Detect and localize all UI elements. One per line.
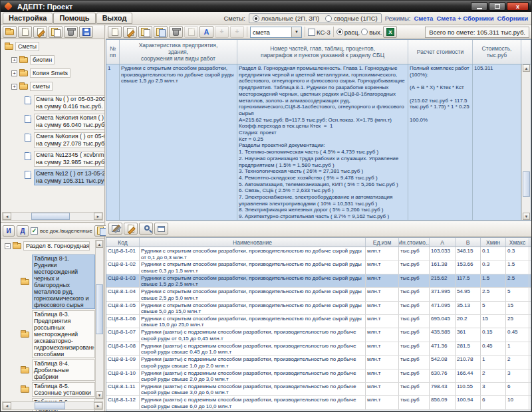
table-row[interactable]: СЦ8-8-1-07 Рудники (шахты) с подземным с… [106,328,531,342]
new-document-button[interactable] [18,26,32,38]
scrollbar-thumb[interactable] [96,284,103,334]
font-button[interactable]: А [200,26,213,38]
open-folder-icon [5,29,14,35]
estimate-table-row[interactable]: 1 Рудники с открытым способом разработки… [106,64,531,220]
tree-folder-kopiya-smets[interactable]: + Копия Smets [11,68,104,78]
minimize-button[interactable] [471,2,487,11]
rasc-radio[interactable] [336,29,343,35]
cell-name: Рудники с открытым способом разработки, … [140,274,366,287]
duplicate-button[interactable] [154,26,168,38]
estimate-table-header: № пп Характеристика предприятия, здания,… [106,40,531,64]
excel-export-button[interactable]: X [383,26,397,38]
smeta-doc-item[interactable]: Смета №Копия Копия ( ) от 05на сумму 66.… [25,114,104,130]
vyh-radio[interactable] [361,29,368,35]
delete-position-button[interactable] [169,26,183,38]
cell-parts: Раздел 8. Горнорудная промышленность. Гл… [237,64,408,220]
smeta-doc-item[interactable]: Смета №Копия ( ) от 05-03-20на сумму 27.… [25,132,104,148]
cell-code: СЦ8-8-1-09 [106,356,140,368]
horizontal-scrollbar[interactable]: ◄ ► [2,401,103,410]
excel-icon: X [386,28,394,36]
expand-icon[interactable]: + [11,70,17,76]
scrollbar-thumb[interactable] [31,213,70,220]
folder-label: сметы [30,82,53,91]
mode-link-smeta[interactable]: Смета [414,15,433,22]
vertical-scrollbar[interactable]: ▲ ▼ [521,64,531,220]
window-button[interactable] [154,223,168,235]
table-row[interactable]: СЦ8-8-1-01 Рудники с открытым способом р… [106,247,531,260]
expand-icon[interactable]: + [11,57,17,63]
collapse-icon[interactable]: − [5,243,11,249]
smeta-combobox[interactable]: смета ▼ [250,27,302,38]
radio-local[interactable]: локальные (2П, ЗП) [253,15,319,22]
mode-link-smeta-sborniki[interactable]: Смета + Сборники [436,15,493,22]
tree-root-smety[interactable]: Сметы [5,42,104,51]
scroll-right-icon[interactable]: ► [94,213,102,220]
scroll-down-icon[interactable]: ▼ [523,213,530,220]
chevron-down-icon[interactable]: ▼ [291,27,301,37]
edit-position-button[interactable] [123,26,137,38]
table-row[interactable]: СЦ8-8-1-10 Рудники (шахты) с подземным с… [106,369,531,383]
edit-button[interactable] [33,26,47,38]
table-item-8-4[interactable]: Таблица 8-4. Дробильные фабрики [21,360,95,381]
tree-folder-smety[interactable]: + сметы [11,82,104,91]
scroll-left-icon[interactable]: ◄ [3,213,11,220]
save-button[interactable] [79,26,93,38]
scroll-up-icon[interactable]: ▲ [96,241,103,248]
table-row[interactable]: СЦ8-8-1-12 Рудники (шахты) с подземным с… [106,396,531,409]
smeta-doc-item[interactable]: Смета №12345 ( xcvbnm,./ ) отна сумму 32… [25,151,104,167]
menu-exit[interactable]: Выход [96,13,133,24]
maximize-button[interactable] [489,2,505,11]
table-row[interactable]: СЦ8-8-1-04 Рудники с открытым способом р… [106,288,531,301]
menu-help[interactable]: Помощь [53,13,95,24]
new-position-button[interactable] [108,26,122,38]
scroll-down-icon[interactable]: ▼ [96,391,103,399]
table-row-selected[interactable]: СЦ8-8-1-03 Рудники с открытым способом р… [106,274,531,288]
scroll-left-icon[interactable]: ◄ [3,402,11,409]
cell-xmin: 0.15 [481,328,506,341]
document-icon [25,171,31,179]
estimate-table: № пп Характеристика предприятия, здания,… [106,39,531,221]
table-item-8-1[interactable]: Таблица 8-1. Рудники месторождений черны… [21,255,95,309]
expand-icon[interactable]: + [11,84,17,90]
menu-settings[interactable]: Настройка [3,13,53,24]
table-row[interactable]: СЦ8-8-1-11 Рудники (шахты) с подземным с… [106,383,531,396]
table-item-8-5[interactable]: Таблица 8-5. Сезонные установки [21,382,95,397]
scrollbar-thumb[interactable] [35,402,65,409]
close-button[interactable]: x [507,2,529,11]
ks3-checkbox[interactable] [308,29,315,36]
view-document-button[interactable] [124,223,138,235]
paste-button[interactable] [49,26,63,38]
smeta-doc-item-selected[interactable]: Смета №12 ( ) от 13-05-2009на сумму 105.… [25,169,104,185]
table-row[interactable]: СЦ8-8-1-02 Рудники с открытым способом р… [106,260,531,274]
i-button[interactable]: И [3,225,15,237]
edit-table-button[interactable] [108,223,122,235]
smeta-doc-item[interactable]: Смета № ( ) от 05-03-2009на сумму 0.416 … [25,95,104,111]
delete-button[interactable] [64,26,78,38]
scroll-right-icon[interactable]: ► [94,402,102,409]
d-button[interactable]: Д [17,225,29,237]
table-item-8-3[interactable]: Таблица 8-3. Предприятия россыпных место… [21,310,95,358]
tree-root-razdel8[interactable]: − Раздел 8. Горнорудная пр [5,241,95,251]
copy-button[interactable] [138,26,152,38]
table-row[interactable]: СЦ8-8-1-05 Рудники с открытым способом р… [106,302,531,315]
cell-xmax: 0.45 [506,328,529,341]
scroll-up-icon[interactable]: ▲ [523,64,530,72]
vertical-scrollbar[interactable]: ▲ ▼ [95,240,104,399]
radio-svod[interactable]: сводные (1ПС) [325,15,378,22]
doc-view-icon [128,225,134,233]
scrollbar-thumb[interactable] [523,171,530,197]
search-button[interactable] [139,223,153,235]
table-row[interactable]: СЦ8-8-1-09 Рудники (шахты) с подземным с… [106,356,531,369]
doc-line1: Смета № ( ) от 05-03-2009 [36,96,105,103]
horizontal-scrollbar[interactable]: ◄ ► [2,212,103,221]
mode-link-sborniki[interactable]: Сборники [497,15,528,22]
title-bar: АДЕПТ: Проект x [1,1,531,12]
all-docs-checkbox[interactable]: ✓ [31,227,38,235]
tree-folder-biotin[interactable]: + биотин [11,55,104,64]
vyh-label: вых. [369,29,382,36]
table-row[interactable]: СЦ8-8-1-06 Рудники с открытым способом р… [106,315,531,328]
cell-b: 281.5 [456,342,481,355]
table-row[interactable]: СЦ8-8-1-08 Рудники (шахты) с подземным с… [106,342,531,356]
open-folder-button[interactable] [3,26,17,38]
save-icon [82,28,90,36]
